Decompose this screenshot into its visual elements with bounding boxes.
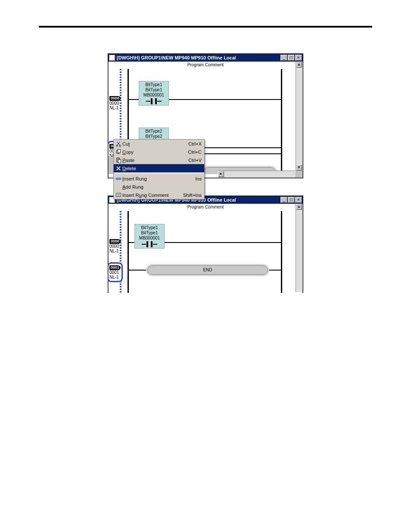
menu-shortcut: Ctrl+C [188, 149, 202, 155]
vertical-scrollbar[interactable]: ▲ ▼ [296, 62, 302, 171]
copy-icon [115, 149, 122, 155]
scroll-right-button[interactable]: ► [218, 171, 224, 177]
menu-label: ng Comment [142, 193, 169, 198]
rung-step: 0001 [109, 270, 119, 275]
rung-step: 0000 [109, 101, 119, 106]
minimize-button[interactable]: _ [280, 197, 287, 203]
contact-block[interactable]: BitType1 BitType1 MB000001 [139, 81, 169, 106]
end-label: END [203, 268, 212, 272]
menu-shortcut: Ctrl+V [188, 158, 202, 163]
window-buttons: _ □ × [280, 197, 302, 203]
contact-comment: BitType2 [139, 129, 168, 134]
menu-label: dd Rung [125, 184, 143, 190]
maximize-button[interactable]: □ [288, 197, 295, 203]
menu-shortcut: Shift+Ins [183, 193, 202, 198]
right-bus [281, 211, 282, 293]
no-contact-icon [135, 241, 164, 248]
rung-tag-0000[interactable]: 0000 0000 NL-1 [109, 239, 121, 253]
cut-icon [115, 141, 122, 147]
menu-shortcut: Ins [195, 176, 202, 181]
maximize-button[interactable]: □ [288, 55, 295, 61]
window-title: [DWGH\H] GROUP1\NEW MP940 MP910 Offline … [117, 55, 236, 60]
rung-nest: NL-1 [109, 106, 119, 110]
scroll-up-button[interactable]: ▲ [296, 62, 302, 68]
menu-item-insert-rung[interactable]: Insert Rung Ins [114, 174, 204, 183]
rung-tag-0001-selected[interactable]: 0001 0001 NL-1 [109, 264, 121, 281]
menu-label: Insert R [122, 193, 139, 198]
contact-tag: BitType1 [135, 230, 164, 236]
page-rule [39, 26, 372, 28]
svg-rect-5 [118, 159, 121, 163]
rung-number-badge: 0000 [109, 96, 121, 101]
program-comment-label: Program Comment [109, 62, 302, 69]
titlebar[interactable]: [DWGH\H] GROUP1\NEW MP940 MP910 Offline … [108, 54, 303, 62]
contact-comment: BitType1 [135, 225, 164, 230]
rung-tag-0000[interactable]: 0000 0000 NL-1 [109, 96, 121, 110]
menu-item-add-rung[interactable]: Add Rung [114, 183, 204, 191]
ladder-editor-window-2: [DWGH\H] GROUP1\NEW MP940 MP910 Offline … [108, 196, 303, 293]
window-buttons: _ □ × [280, 55, 302, 61]
right-bus [281, 69, 282, 174]
rung-nest: NL-1 [109, 275, 119, 280]
contact-block[interactable]: BitType1 BitType1 MB000001 [134, 224, 165, 249]
contact-address: MB000001 [139, 93, 168, 98]
left-bus [128, 211, 129, 293]
scroll-down-button[interactable]: ▼ [296, 165, 302, 171]
minimize-button[interactable]: _ [280, 55, 287, 61]
menu-item-insert-rung-comment[interactable]: Insert Rung Comment Shift+Ins [114, 191, 204, 199]
no-contact-icon [139, 98, 168, 105]
context-menu: Cut Ctrl+X Copy Ctrl+C Paste Ctrl+V [113, 139, 205, 199]
paste-icon [115, 157, 122, 163]
menu-item-delete-selected[interactable]: Delete [114, 164, 204, 172]
menu-item-cut[interactable]: Cut Ctrl+X [114, 140, 204, 148]
rung-nest: NL-1 [109, 249, 119, 253]
menu-shortcut: Ctrl+X [188, 141, 202, 146]
app-icon [109, 55, 115, 61]
rung-number-badge: 0000 [109, 239, 121, 244]
delete-icon [115, 165, 122, 171]
menu-label: Cu [122, 141, 128, 146]
resize-grip[interactable] [296, 171, 302, 177]
vertical-scrollbar[interactable]: ▲ [296, 204, 302, 292]
svg-rect-7 [116, 193, 121, 196]
program-comment-label: Program Comment [109, 204, 302, 211]
contact-comment: BitType1 [139, 82, 168, 87]
svg-rect-3 [118, 149, 120, 152]
ladder-editor-window-1: [DWGH\H] GROUP1\NEW MP940 MP910 Offline … [108, 53, 303, 178]
figure-1: [DWGH\H] GROUP1\NEW MP940 MP910 Offline … [39, 53, 372, 178]
comment-icon [115, 192, 122, 198]
menu-label: aste [125, 158, 134, 163]
close-button[interactable]: × [295, 55, 302, 61]
close-button[interactable]: × [295, 197, 302, 203]
menu-item-copy[interactable]: Copy Ctrl+C [114, 148, 204, 156]
menu-label: elete [126, 166, 136, 171]
menu-separator [115, 173, 203, 174]
rung-step: 0000 [109, 244, 119, 249]
svg-rect-6 [116, 178, 121, 180]
contact-tag: BitType1 [139, 87, 168, 93]
menu-label: opy [126, 149, 134, 155]
figure-2: [DWGH\H] GROUP1\NEW MP940 MP910 Offline … [39, 196, 372, 293]
end-instruction[interactable]: END [147, 265, 268, 275]
horizontal-scrollbar[interactable]: ◄ ► [218, 171, 296, 177]
menu-item-paste[interactable]: Paste Ctrl+V [114, 156, 204, 164]
contact-address: MB000001 [135, 236, 164, 241]
rung-number-badge: 0001 [109, 265, 121, 270]
insert-rung-icon [115, 176, 122, 182]
contact-tag: BitType2 [139, 134, 168, 139]
menu-label: nsert Rung [124, 176, 147, 181]
ladder-canvas[interactable]: BitType1 BitType1 MB000001 0000 0000 NL-… [109, 211, 302, 293]
scroll-up-button[interactable]: ▲ [296, 204, 302, 210]
